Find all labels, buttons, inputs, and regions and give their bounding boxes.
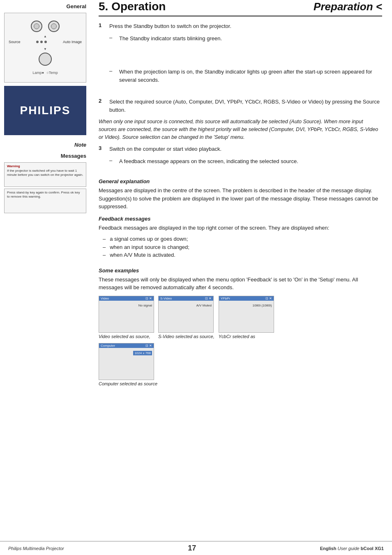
some-examples-heading: Some examples <box>99 267 382 274</box>
screenshot-ypbpr-info: 1080i (1080I) <box>253 304 272 307</box>
auto-image-label: Auto Image <box>63 40 82 44</box>
feedback-messages-heading: Feedback messages <box>99 216 382 222</box>
sidebar-general-label: General <box>0 0 90 11</box>
step-1-block: 1 Press the Standby button to switch on … <box>99 22 382 30</box>
screenshot-video-label-below: Video selected as source, <box>99 334 154 339</box>
step-1-dash: – <box>109 35 115 43</box>
standby-message-box: Press stand-by key again to confirm. Pre… <box>4 189 86 213</box>
some-examples-text: These messages will only be displayed wh… <box>99 276 382 292</box>
note-italic-block: When only one input source is connected,… <box>99 118 382 141</box>
screenshots-row-1: Video ⊡✕ No signal Video selected as sou… <box>99 296 382 339</box>
screenshot-video: Video ⊡✕ No signal <box>99 296 154 333</box>
note-text: When only one input source is connected,… <box>99 119 378 140</box>
step-3-sub-text: A feedback message appears on the screen… <box>119 157 382 166</box>
step-1-number: 1 <box>99 22 105 30</box>
step-3-dash: – <box>109 157 115 166</box>
footer-page-number: 17 <box>188 544 196 553</box>
step-1-sub-text: The Standby indicator starts blinking gr… <box>119 35 382 43</box>
projector-big-circle <box>39 53 52 66</box>
step-3-text: Switch on the computer or start video pl… <box>109 145 382 153</box>
screenshot-ypbpr: YPbPr ⊡✕ 1080i (1080I) <box>219 296 274 333</box>
screenshot-video-controls: ⊡✕ <box>145 297 152 300</box>
page-title: 5. Operation <box>99 0 166 13</box>
screenshot-computer-label: Computer <box>101 344 115 348</box>
warning-message-box: Warning If the projector is switched off… <box>4 162 86 187</box>
screenshot-computer: Computer ⊡✕ 1024 x 768 <box>99 343 154 380</box>
step-1-text: Press the Standby button to switch on th… <box>109 22 382 30</box>
messages-section-label: Messages <box>0 150 90 161</box>
screenshot-computer-label-below: Computer selected as source <box>99 381 157 386</box>
screenshot-ypbpr-header: YPbPr ⊡✕ <box>219 296 274 301</box>
standby-body: Press stand-by key again to confirm. Pre… <box>7 191 83 199</box>
step-2-block: 2 Select the required source (Auto, Comp… <box>99 98 382 114</box>
step-lamp-on: – When the projection lamp is on, the St… <box>109 68 382 84</box>
projector-circle-left <box>31 21 42 32</box>
feedback-messages-text: Feedback messages are displayed in the t… <box>99 224 382 232</box>
note-section-label: Note <box>0 138 90 150</box>
screenshot-ypbpr-label-below: YcbCr selected as <box>219 334 274 339</box>
step-1-sub: – The Standby indicator starts blinking … <box>109 35 382 43</box>
footer-right-plain: English <box>320 546 337 551</box>
screenshot-svideo-label-below: S-Video selected as source, <box>158 334 214 339</box>
warning-header: Warning <box>7 164 83 168</box>
footer-right-bold: bCool XG1 <box>361 546 384 551</box>
philips-logo: PHILIPS <box>20 104 71 117</box>
footer-left: Philips Multimedia Projector <box>8 546 64 551</box>
philips-brand-section: PHILIPS <box>4 86 86 135</box>
screenshot-svideo: S-Video ⊡✕ A/V Muted <box>158 296 214 333</box>
footer-right: English User guide bCool XG1 <box>320 546 384 551</box>
screenshot-svideo-header: S-Video ⊡✕ <box>159 296 213 301</box>
step-lamp-text: When the projection lamp is on, the Stan… <box>119 68 382 84</box>
warning-body: If the projector is switched off you hav… <box>7 169 83 177</box>
screenshot-svideo-controls: ⊡✕ <box>205 297 212 300</box>
page-subtitle: Preparation < <box>314 0 382 13</box>
screenshot-video-label: Video <box>101 297 109 300</box>
screenshot-svideo-info: A/V Muted <box>196 304 212 307</box>
bullet-text-2: when an input source is changed; <box>110 243 189 251</box>
step-3-block: 3 Switch on the computer or start video … <box>99 145 382 153</box>
screenshot-computer-header: Computer ⊡✕ <box>99 343 154 348</box>
screenshot-svideo-label: S-Video <box>160 297 172 300</box>
screenshot-computer-info: 1024 x 768 <box>133 351 152 355</box>
screenshot-video-info: No signal <box>138 304 152 307</box>
bullet-dash-1: – <box>103 235 106 243</box>
screenshot-ypbpr-label: YPbPr <box>221 297 230 300</box>
step-3-sub: – A feedback message appears on the scre… <box>109 157 382 166</box>
screenshot-ypbpr-controls: ⊡✕ <box>265 297 272 300</box>
projector-footer-row: Lamp● ○Temp <box>32 71 58 75</box>
general-explanation-heading: General explanation <box>99 178 382 184</box>
step-lamp-dash: – <box>109 68 115 84</box>
bullet-3: – when A/V Mute is activated. <box>103 251 382 259</box>
page-footer: Philips Multimedia Projector 17 English … <box>0 541 392 555</box>
projector-diagram: ▲ Source Auto Image ▼ Lamp● ○Temp <box>4 13 86 83</box>
bullet-2: – when an input source is changed; <box>103 243 382 251</box>
step-2-number: 2 <box>99 98 105 114</box>
step-2-text: Select the required source (Auto, Comput… <box>109 98 382 114</box>
bullet-1: – a signal comes up or goes down; <box>103 235 382 243</box>
screenshots-row-2: Computer ⊡✕ 1024 x 768 Computer selected… <box>99 343 382 386</box>
bullet-dash-2: – <box>103 243 106 251</box>
source-label: Source <box>9 40 21 44</box>
general-explanation-text: Messages are displayed in the centre of … <box>99 187 382 211</box>
projector-circle-right <box>48 21 60 32</box>
step-3-number: 3 <box>99 145 105 153</box>
bullet-text-3: when A/V Mute is activated. <box>110 251 175 259</box>
screenshot-computer-controls: ⊡✕ <box>145 344 152 348</box>
page-header: 5. Operation Preparation < <box>99 0 382 16</box>
bullet-text-1: a signal comes up or goes down; <box>110 235 188 243</box>
screenshot-video-header: Video ⊡✕ <box>99 296 154 301</box>
footer-right-italic: User guide <box>337 546 360 551</box>
bullet-dash-3: – <box>103 251 106 259</box>
